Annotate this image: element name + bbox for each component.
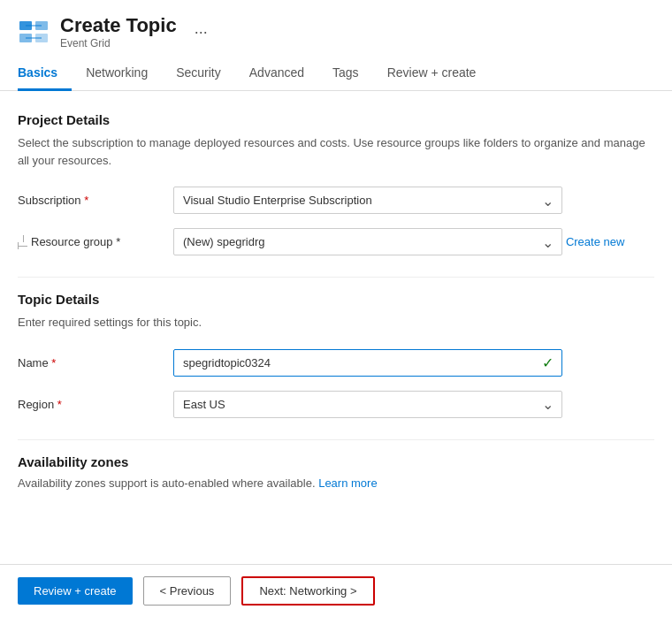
footer: Review + create < Previous Next: Network… (0, 564, 672, 617)
project-details-desc: Select the subscription to manage deploy… (18, 134, 654, 169)
learn-more-link[interactable]: Learn more (318, 476, 377, 490)
connector-horiz-area (18, 242, 27, 249)
resource-group-label: Resource group * (31, 235, 120, 248)
name-label: Name * (18, 349, 159, 369)
tab-tags[interactable]: Tags (318, 57, 373, 91)
topic-details-title: Topic Details (18, 292, 654, 307)
review-create-button[interactable]: Review + create (18, 577, 133, 605)
resource-group-control: (New) spegridrg Create new (173, 228, 654, 255)
project-details-title: Project Details (18, 112, 654, 127)
topic-details-section: Topic Details Enter required settings fo… (18, 292, 654, 418)
project-details-section: Project Details Select the subscription … (18, 112, 654, 255)
subscription-control: Visual Studio Enterprise Subscription (173, 187, 654, 214)
create-new-link[interactable]: Create new (566, 235, 624, 248)
subscription-row: Subscription * Visual Studio Enterprise … (18, 187, 654, 214)
tab-security[interactable]: Security (162, 57, 235, 91)
topic-details-desc: Enter required settings for this topic. (18, 314, 654, 331)
subscription-select-wrapper: Visual Studio Enterprise Subscription (173, 187, 562, 214)
resource-group-connector: Resource group * (18, 235, 159, 249)
subscription-label: Subscription * (18, 187, 159, 207)
event-grid-icon (18, 16, 50, 48)
name-input[interactable] (173, 349, 562, 377)
resource-group-select-wrapper: (New) spegridrg (173, 228, 562, 255)
region-select[interactable]: East US (173, 391, 562, 418)
resource-group-select[interactable]: (New) spegridrg (173, 228, 562, 255)
name-valid-icon: ✓ (542, 354, 554, 371)
name-row: Name * ✓ (18, 349, 654, 377)
name-control: ✓ (173, 349, 654, 377)
tab-basics[interactable]: Basics (18, 57, 72, 91)
tab-networking[interactable]: Networking (72, 57, 162, 91)
connector-horiz (19, 246, 27, 247)
name-input-wrapper: ✓ (173, 349, 562, 377)
tab-advanced[interactable]: Advanced (235, 57, 318, 91)
resource-group-label-area: Resource group * (18, 228, 159, 249)
subscription-select[interactable]: Visual Studio Enterprise Subscription (173, 187, 562, 214)
connector-lines (18, 235, 27, 249)
resource-group-row: Resource group * (New) spegridrg Create … (18, 228, 654, 255)
region-select-wrapper: East US (173, 391, 562, 418)
main-content: Project Details Select the subscription … (0, 91, 672, 540)
tab-review-create[interactable]: Review + create (373, 57, 491, 91)
page-title: Create Topic (60, 14, 177, 37)
page-subtitle: Event Grid (60, 37, 177, 50)
divider-1 (18, 277, 654, 278)
availability-zones-section: Availability zones Availability zones su… (18, 454, 654, 490)
tab-bar: Basics Networking Security Advanced Tags… (0, 57, 672, 91)
availability-zones-title: Availability zones (18, 454, 654, 469)
divider-2 (18, 439, 654, 440)
previous-button[interactable]: < Previous (143, 576, 232, 606)
more-options-icon[interactable]: ··· (195, 23, 208, 42)
page-header: Create Topic Event Grid ··· (0, 0, 672, 57)
subscription-required: * (84, 194, 88, 207)
region-control: East US (173, 391, 654, 418)
region-row: Region * East US (18, 391, 654, 418)
connector-vert (23, 235, 24, 242)
availability-zones-desc: Availability zones support is auto-enabl… (18, 476, 654, 490)
header-text-block: Create Topic Event Grid (60, 14, 177, 50)
next-button[interactable]: Next: Networking > (241, 576, 374, 606)
region-label: Region * (18, 391, 159, 411)
